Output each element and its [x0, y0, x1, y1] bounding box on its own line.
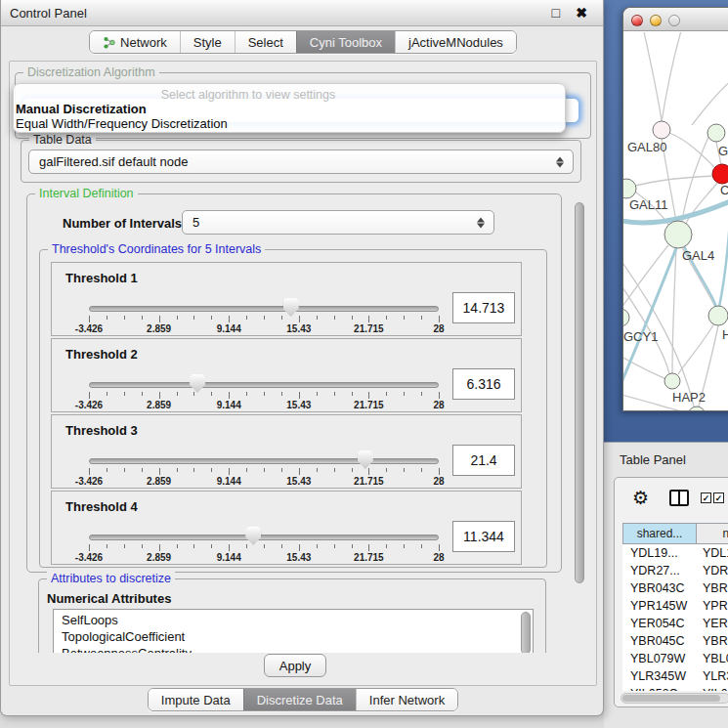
scrollbar-thumb[interactable]: [622, 695, 720, 702]
table-cell[interactable]: YLR345W: [622, 667, 697, 685]
table-row[interactable]: YLR345WYLR345W: [622, 667, 728, 685]
column-header-shared[interactable]: shared...: [622, 523, 697, 544]
table-row[interactable]: YER054CYER054C: [622, 615, 728, 632]
table-cell[interactable]: YBR043C: [697, 579, 728, 597]
number-of-intervals-combobox[interactable]: 5: [182, 210, 494, 235]
tab-impute-data[interactable]: Impute Data: [149, 689, 243, 710]
tab-discretize-data[interactable]: Discretize Data: [243, 689, 356, 710]
slider-track[interactable]: [89, 458, 439, 464]
table-cell[interactable]: YIL052C: [622, 685, 697, 691]
checkbox-icon[interactable]: ✓: [701, 492, 711, 503]
table-cell[interactable]: YBL079W: [697, 650, 728, 667]
close-traffic-light[interactable]: [631, 15, 643, 26]
checkbox-icon[interactable]: ✓: [713, 492, 724, 503]
network-edge[interactable]: [623, 355, 665, 379]
tab-infer-network[interactable]: Infer Network: [356, 689, 457, 710]
table-cell[interactable]: YDL19...: [622, 544, 697, 562]
table-row[interactable]: YBL079WYBL079W: [622, 650, 728, 667]
table-row[interactable]: YPR145WYPR145W: [622, 597, 728, 615]
table-cell[interactable]: YLR345W: [697, 667, 728, 685]
network-node[interactable]: [623, 309, 629, 326]
network-node[interactable]: [664, 373, 680, 389]
network-edge[interactable]: [692, 79, 728, 125]
table-cell[interactable]: YBR045C: [697, 632, 728, 650]
dropdown-item-equal-width-frequency[interactable]: Equal Width/Frequency Discretization: [16, 116, 228, 131]
tick-mark: [439, 544, 440, 551]
network-node[interactable]: [688, 407, 706, 410]
dropdown-item-manual-discretization[interactable]: Manual Discretization: [16, 102, 147, 116]
table-cell[interactable]: YIL052C: [697, 685, 728, 691]
table-cell[interactable]: YDL19...: [697, 544, 728, 562]
network-node-selected[interactable]: [712, 164, 728, 184]
float-window-icon[interactable]: □: [552, 5, 560, 21]
table-data-combobox[interactable]: galFiltered.sif default node: [28, 150, 574, 174]
tick-mark: [229, 468, 230, 475]
slider-track[interactable]: [89, 306, 439, 312]
tick-mark: [299, 544, 300, 551]
numerical-attributes-list[interactable]: SelfLoopsTopologicalCoefficientBetweenne…: [53, 609, 534, 653]
slider-thumb[interactable]: [358, 450, 373, 469]
tab-label: Network: [120, 31, 167, 54]
table-cell[interactable]: YPR145W: [622, 597, 697, 615]
attribute-list-item[interactable]: TopologicalCoefficient: [54, 628, 533, 645]
table-cell[interactable]: YPR145W: [697, 597, 728, 615]
threshold-value-field[interactable]: 21.4: [452, 445, 515, 476]
tab-jactivemnodules[interactable]: jActiveMNodules: [395, 31, 516, 53]
network-edge[interactable]: [623, 245, 668, 312]
table-row[interactable]: YDL19...YDL19...: [622, 544, 728, 562]
list-scrollbar[interactable]: [521, 612, 531, 653]
table-cell[interactable]: YDR27...: [697, 562, 728, 579]
network-node[interactable]: [623, 179, 636, 198]
close-window-icon[interactable]: ✖: [576, 5, 587, 21]
table-row[interactable]: YBR045CYBR045C: [622, 632, 728, 650]
slider-track[interactable]: [89, 382, 439, 388]
slider-thumb[interactable]: [283, 298, 299, 317]
table-cell[interactable]: YBR045C: [622, 632, 697, 650]
tab-network[interactable]: Network: [90, 31, 180, 53]
tick-label: 21.715: [354, 323, 384, 334]
network-node[interactable]: [653, 121, 670, 139]
slider-thumb[interactable]: [245, 527, 261, 545]
table-cell[interactable]: YBR043C: [622, 579, 697, 597]
slider-track[interactable]: [89, 535, 439, 540]
threshold-value-field[interactable]: 14.713: [452, 292, 515, 323]
network-edge[interactable]: [662, 32, 682, 122]
network-node[interactable]: [664, 221, 692, 248]
tick-mark: [193, 544, 194, 548]
table-cell[interactable]: YER054C: [622, 615, 697, 632]
minimize-traffic-light[interactable]: [650, 15, 662, 26]
gear-icon[interactable]: ⚙: [632, 489, 649, 507]
tab-label: jActiveMNodules: [408, 31, 503, 54]
column-header-name[interactable]: name: [697, 523, 728, 544]
tick-mark: [89, 392, 90, 399]
network-node[interactable]: [707, 124, 725, 142]
zoom-traffic-light[interactable]: [668, 15, 680, 26]
table-cell[interactable]: YBL079W: [622, 650, 697, 667]
attribute-list-item[interactable]: SelfLoops: [54, 612, 533, 628]
table-row[interactable]: YBR043CYBR043C: [622, 579, 728, 597]
settings-vertical-scrollbar[interactable]: [575, 188, 585, 651]
network-window-titlebar[interactable]: [623, 8, 728, 31]
tab-style[interactable]: Style: [180, 31, 235, 53]
attribute-list-item[interactable]: BetweennessCentrality: [54, 645, 533, 653]
table-horizontal-scrollbar[interactable]: [621, 693, 728, 704]
table-cell[interactable]: YDR27...: [622, 562, 697, 579]
apply-button[interactable]: Apply: [264, 654, 326, 677]
tick-mark: [299, 316, 300, 322]
network-edge[interactable]: [643, 32, 662, 121]
network-node[interactable]: [708, 306, 728, 325]
network-canvas[interactable]: GAL80GACGAL11GAL4GCY1HHAP2: [623, 32, 728, 410]
column-layout-icon[interactable]: [669, 490, 689, 506]
tick-mark: [299, 392, 300, 399]
threshold-value-field[interactable]: 6.316: [452, 368, 515, 400]
tab-cyni-toolbox[interactable]: Cyni Toolbox: [296, 31, 395, 53]
table-cell[interactable]: YER054C: [697, 615, 728, 632]
threshold-value-field[interactable]: 11.344: [452, 521, 515, 552]
table-row[interactable]: YDR27...YDR27...: [622, 562, 728, 579]
control-panel-titlebar[interactable]: Control Panel □ ✖: [1, 0, 603, 26]
slider-thumb[interactable]: [190, 374, 205, 393]
table-row[interactable]: YIL052CYIL052C: [622, 685, 728, 691]
tab-select[interactable]: Select: [235, 31, 296, 53]
scrollbar-thumb[interactable]: [575, 202, 584, 583]
network-edge[interactable]: [635, 176, 713, 186]
